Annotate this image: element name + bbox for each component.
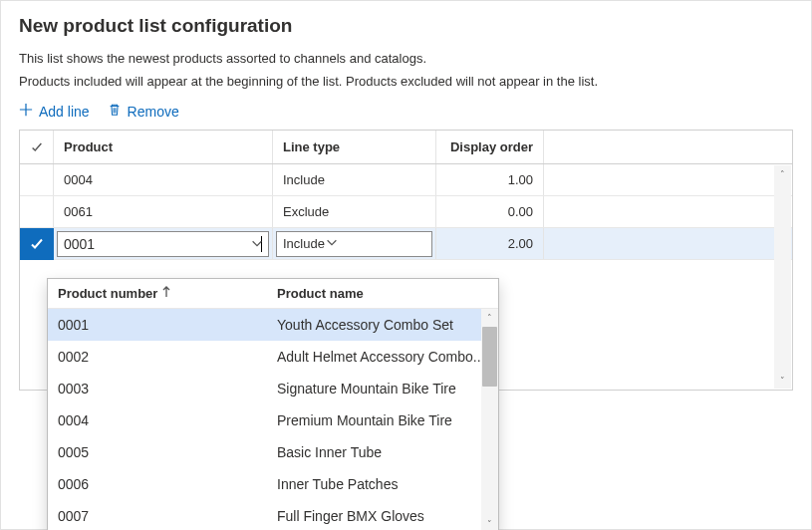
lookup-header: Product number Product name [48, 279, 498, 309]
scroll-down-icon[interactable]: ˅ [481, 515, 498, 530]
cell-line-type[interactable]: Include [273, 228, 436, 259]
lookup-column-number[interactable]: Product number [48, 286, 267, 301]
cell-line-type[interactable]: Include [273, 164, 436, 195]
lookup-num: 0003 [48, 381, 267, 397]
lookup-row[interactable]: 0002 Adult Helmet Accessory Combo... [48, 341, 498, 373]
lookup-name: Full Finger BMX Gloves [267, 508, 498, 524]
lookup-name: Inner Tube Patches [267, 476, 498, 492]
trash-icon [108, 103, 122, 120]
config-page: New product list configuration This list… [0, 0, 812, 530]
column-spacer [544, 131, 792, 163]
line-type-select[interactable]: Include [276, 231, 432, 257]
lookup-row[interactable]: 0004 Premium Mountain Bike Tire [48, 404, 498, 436]
column-product[interactable]: Product [54, 131, 273, 163]
lookup-name: Signature Mountain Bike Tire [267, 381, 498, 397]
lookup-name: Premium Mountain Bike Tire [267, 412, 498, 428]
lookup-name: Adult Helmet Accessory Combo... [267, 349, 498, 365]
table-row[interactable]: 0001 Include 2.00 [20, 228, 792, 260]
cell-product[interactable]: 0001 [54, 228, 273, 259]
page-title: New product list configuration [19, 15, 793, 37]
scroll-down-icon[interactable]: ˅ [774, 372, 791, 389]
remove-label: Remove [128, 104, 179, 120]
lookup-name: Basic Inner Tube [267, 444, 498, 460]
add-line-button[interactable]: Add line [19, 103, 90, 120]
lookup-row[interactable]: 0001 Youth Accessory Combo Set [48, 309, 498, 341]
lookup-name: Youth Accessory Combo Set [267, 317, 498, 333]
lookup-row[interactable]: 0003 Signature Mountain Bike Tire [48, 373, 498, 404]
description-line-1: This list shows the newest products asso… [19, 51, 793, 66]
remove-button[interactable]: Remove [108, 103, 179, 120]
cell-product[interactable]: 0061 [54, 196, 273, 227]
lookup-num: 0006 [48, 476, 267, 492]
cell-line-type[interactable]: Exclude [273, 196, 436, 227]
cell-display-order[interactable]: 2.00 [436, 228, 544, 259]
product-lookup-dropdown: Product number Product name 0001 Youth A… [47, 278, 499, 530]
cell-display-order[interactable]: 0.00 [436, 196, 544, 227]
plus-icon [19, 103, 33, 120]
lookup-scrollbar[interactable]: ˄ ˅ [481, 309, 498, 530]
table-row[interactable]: 0061 Exclude 0.00 [20, 196, 792, 228]
toolbar: Add line Remove [19, 103, 793, 120]
lookup-num: 0002 [48, 349, 267, 365]
lookup-column-name[interactable]: Product name [267, 286, 498, 301]
line-type-value: Include [283, 236, 325, 251]
add-line-label: Add line [39, 104, 90, 120]
row-selector[interactable] [20, 164, 54, 195]
table-row[interactable]: 0004 Include 1.00 [20, 164, 792, 196]
cell-display-order[interactable]: 1.00 [436, 164, 544, 195]
vertical-scrollbar[interactable]: ˄ ˅ [774, 165, 791, 389]
scroll-up-icon[interactable]: ˄ [774, 165, 791, 182]
checkmark-icon [29, 236, 45, 252]
lookup-num: 0005 [48, 444, 267, 460]
lookup-row[interactable]: 0006 Inner Tube Patches [48, 468, 498, 500]
column-line-type[interactable]: Line type [273, 131, 436, 163]
chevron-down-icon[interactable] [250, 236, 264, 253]
row-selector[interactable] [20, 196, 54, 227]
select-all-header[interactable] [20, 131, 54, 163]
sort-asc-icon [161, 286, 171, 301]
column-display-order[interactable]: Display order [436, 131, 544, 163]
scroll-thumb[interactable] [482, 327, 497, 387]
cell-product[interactable]: 0004 [54, 164, 273, 195]
lookup-num: 0004 [48, 412, 267, 428]
lookup-num: 0007 [48, 508, 267, 524]
product-input-value[interactable]: 0001 [64, 236, 260, 252]
scroll-up-icon[interactable]: ˄ [481, 309, 498, 326]
lookup-row[interactable]: 0007 Full Finger BMX Gloves [48, 500, 498, 530]
row-selector[interactable] [20, 228, 54, 260]
lookup-num: 0001 [48, 317, 267, 333]
description-line-2: Products included will appear at the beg… [19, 74, 793, 89]
chevron-down-icon[interactable] [325, 235, 339, 252]
lookup-row[interactable]: 0005 Basic Inner Tube [48, 436, 498, 468]
checkmark-icon [30, 140, 44, 154]
grid-header: Product Line type Display order [20, 131, 792, 164]
product-lookup-input[interactable]: 0001 [57, 231, 269, 257]
